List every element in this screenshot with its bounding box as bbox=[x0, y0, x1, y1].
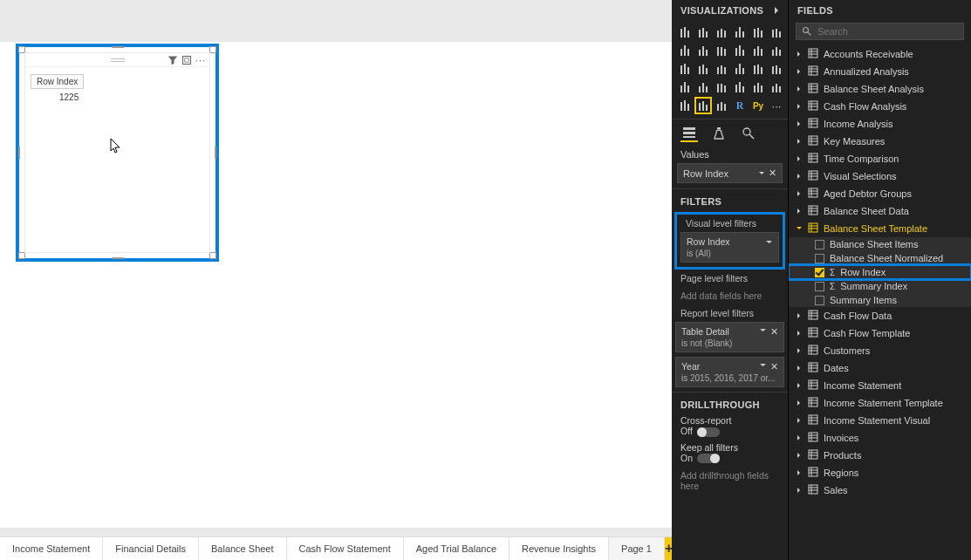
viz-type-stacked-column-100[interactable] bbox=[769, 24, 784, 40]
expand-icon[interactable] bbox=[796, 469, 803, 476]
resize-handle-t[interactable] bbox=[112, 46, 124, 48]
field-item[interactable]: Summary Items bbox=[789, 293, 971, 307]
field-table[interactable]: Customers bbox=[789, 342, 971, 359]
page-tab[interactable]: Balance Sheet bbox=[199, 537, 287, 560]
field-table[interactable]: Visual Selections bbox=[789, 167, 971, 185]
field-table[interactable]: Income Statement Template bbox=[789, 394, 971, 412]
viz-type-area[interactable] bbox=[695, 43, 711, 58]
search-input[interactable] bbox=[817, 26, 958, 37]
expand-icon[interactable] bbox=[796, 400, 803, 406]
field-table[interactable]: Balance Sheet Analysis bbox=[789, 80, 971, 98]
page-filter-placeholder[interactable]: Add data fields here bbox=[672, 287, 788, 304]
viz-type-scatter[interactable] bbox=[695, 61, 711, 77]
field-table[interactable]: Aged Debtor Groups bbox=[789, 185, 971, 202]
field-checkbox[interactable] bbox=[815, 296, 824, 305]
viz-type-stacked-column[interactable] bbox=[732, 24, 748, 40]
expand-icon[interactable] bbox=[796, 434, 803, 441]
viz-type-python[interactable]: Py bbox=[750, 98, 766, 113]
resize-handle-l[interactable] bbox=[18, 147, 20, 159]
viz-type-r-script[interactable]: R bbox=[732, 98, 748, 113]
field-table[interactable]: Balance Sheet Template bbox=[789, 220, 971, 237]
viz-type-donut[interactable] bbox=[732, 61, 748, 77]
field-checkbox[interactable] bbox=[815, 268, 824, 277]
expand-icon[interactable] bbox=[796, 155, 803, 162]
field-table[interactable]: Income Statement bbox=[789, 377, 971, 394]
expand-icon[interactable] bbox=[796, 382, 803, 389]
expand-icon[interactable] bbox=[796, 68, 803, 75]
expand-icon[interactable] bbox=[796, 51, 803, 58]
viz-type-stacked-area[interactable] bbox=[714, 43, 729, 58]
drag-handle-icon[interactable] bbox=[111, 58, 125, 62]
report-filter-card[interactable]: Table Detail✕is not (Blank) bbox=[675, 322, 784, 352]
chevron-down-icon[interactable] bbox=[759, 326, 767, 334]
viz-type-matrix[interactable] bbox=[714, 98, 729, 113]
field-table[interactable]: Invoices bbox=[789, 429, 971, 447]
expand-icon[interactable] bbox=[796, 103, 803, 110]
resize-handle-bl[interactable] bbox=[18, 252, 25, 259]
viz-type-map[interactable] bbox=[769, 61, 784, 77]
remove-field-icon[interactable]: ✕ bbox=[769, 167, 776, 179]
fields-tab[interactable] bbox=[680, 125, 698, 142]
expand-icon[interactable] bbox=[796, 347, 803, 354]
report-canvas[interactable]: ··· Row Index 1225 bbox=[0, 0, 672, 528]
expand-icon[interactable] bbox=[796, 452, 803, 459]
field-checkbox[interactable] bbox=[815, 254, 824, 263]
field-table[interactable]: Time Comparison bbox=[789, 150, 971, 167]
field-table[interactable]: Dates bbox=[789, 359, 971, 377]
keep-filters-toggle[interactable] bbox=[697, 454, 720, 463]
expand-icon[interactable] bbox=[796, 85, 803, 92]
field-checkbox[interactable] bbox=[815, 240, 824, 249]
page-tab[interactable]: Cash Flow Statement bbox=[287, 537, 404, 560]
format-tab[interactable] bbox=[710, 125, 728, 142]
viz-type-line-column[interactable] bbox=[732, 43, 748, 58]
expand-icon[interactable] bbox=[796, 330, 803, 337]
expand-icon[interactable] bbox=[796, 312, 803, 319]
page-tab[interactable]: Page 1 bbox=[609, 537, 665, 560]
drillthrough-placeholder[interactable]: Add drillthrough fields here bbox=[672, 467, 788, 495]
viz-type-clustered-column[interactable] bbox=[750, 24, 766, 40]
expand-icon[interactable] bbox=[796, 365, 803, 372]
viz-type-line[interactable] bbox=[677, 43, 693, 58]
field-item[interactable]: Balance Sheet Items bbox=[789, 237, 971, 251]
field-table[interactable]: Cash Flow Analysis bbox=[789, 98, 971, 115]
expand-icon[interactable] bbox=[796, 120, 803, 127]
resize-handle-br[interactable] bbox=[209, 252, 216, 259]
fields-search[interactable] bbox=[796, 23, 964, 40]
field-table[interactable]: Balance Sheet Data bbox=[789, 202, 971, 220]
resize-handle-b[interactable] bbox=[112, 257, 124, 259]
viz-type-card[interactable] bbox=[732, 79, 748, 95]
viz-type-slicer[interactable] bbox=[677, 98, 693, 113]
focus-icon[interactable] bbox=[181, 55, 192, 65]
field-table[interactable]: Accounts Receivable bbox=[789, 45, 971, 63]
field-table[interactable]: Income Statement Visual bbox=[789, 412, 971, 429]
field-item[interactable]: Balance Sheet Normalized bbox=[789, 251, 971, 265]
remove-filter-icon[interactable]: ✕ bbox=[770, 361, 778, 372]
field-checkbox[interactable] bbox=[815, 282, 824, 291]
more-options-icon[interactable]: ··· bbox=[195, 55, 206, 65]
resize-handle-tr[interactable] bbox=[209, 46, 216, 53]
filter-icon[interactable] bbox=[168, 55, 178, 65]
viz-type-treemap[interactable] bbox=[750, 61, 766, 77]
viz-type-kpi[interactable] bbox=[769, 79, 784, 95]
field-table[interactable]: Regions bbox=[789, 464, 971, 481]
viz-type-gauge[interactable] bbox=[714, 79, 729, 95]
visualizations-header[interactable]: VISUALIZATIONS bbox=[672, 0, 788, 21]
chevron-right-icon[interactable] bbox=[772, 6, 781, 15]
expand-icon[interactable] bbox=[796, 208, 803, 215]
page-tab[interactable]: Revenue Insights bbox=[509, 537, 609, 560]
cross-report-toggle[interactable] bbox=[697, 427, 720, 437]
expand-icon[interactable] bbox=[796, 487, 803, 494]
viz-type-stacked-bar[interactable] bbox=[677, 24, 693, 40]
resize-handle-r[interactable] bbox=[215, 147, 216, 159]
viz-type-funnel[interactable] bbox=[695, 79, 711, 95]
chevron-down-icon[interactable] bbox=[765, 238, 773, 246]
viz-type-line-column-stacked[interactable] bbox=[750, 43, 766, 58]
chevron-down-icon[interactable] bbox=[759, 361, 767, 369]
field-table[interactable]: Income Analysis bbox=[789, 115, 971, 133]
viz-type-table[interactable] bbox=[695, 98, 711, 113]
values-field-well[interactable]: Row Index ✕ bbox=[677, 163, 783, 183]
viz-type-multi-card[interactable] bbox=[750, 79, 766, 95]
field-item[interactable]: ΣRow Index bbox=[789, 265, 971, 279]
field-table[interactable]: Cash Flow Data bbox=[789, 307, 971, 324]
viz-type-more[interactable]: ··· bbox=[769, 98, 784, 113]
